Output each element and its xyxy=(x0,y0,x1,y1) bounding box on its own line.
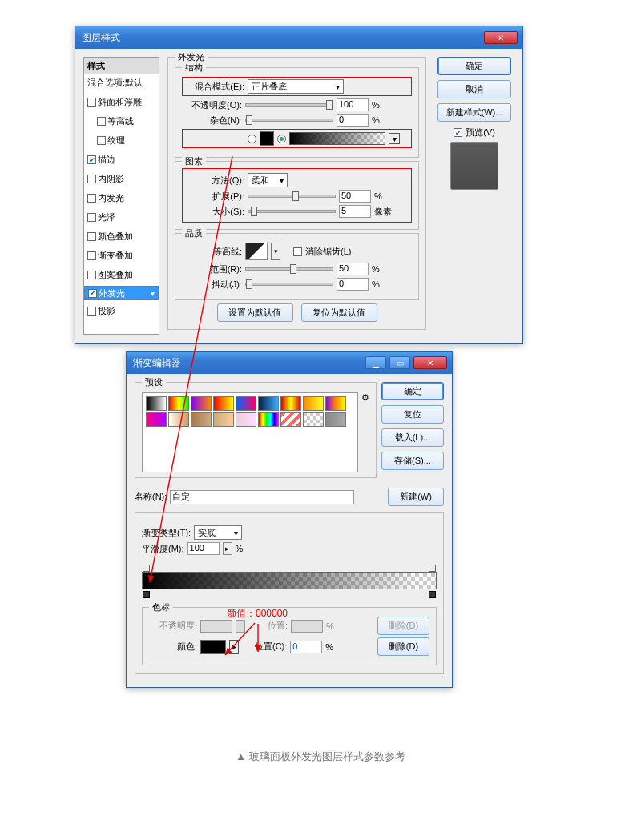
antialias-checkbox[interactable] xyxy=(293,247,302,256)
preset-swatch[interactable] xyxy=(280,396,301,411)
preset-swatch[interactable] xyxy=(236,396,256,411)
preset-swatch[interactable] xyxy=(325,396,346,411)
blendmode-select[interactable]: 正片叠底 xyxy=(248,79,344,94)
preset-swatch[interactable] xyxy=(213,412,234,427)
style-outerglow[interactable]: 外发光 xyxy=(84,286,159,300)
style-coloroverlay[interactable]: 颜色叠加 xyxy=(84,228,159,245)
style-stroke[interactable]: 描边 xyxy=(84,151,159,168)
preset-swatch[interactable] xyxy=(258,412,279,427)
gradient-picker[interactable] xyxy=(289,132,385,145)
new-grad-button[interactable]: 新建(W) xyxy=(388,488,444,506)
posC-input[interactable]: 0 xyxy=(290,641,322,653)
minimize-icon[interactable]: ▁ xyxy=(365,356,386,369)
spread-input[interactable]: 50 xyxy=(339,190,371,203)
color-stop-right[interactable] xyxy=(429,591,436,598)
preview-checkbox[interactable] xyxy=(454,128,462,137)
antialias-label: 消除锯齿(L) xyxy=(305,246,351,258)
close-icon[interactable]: ✕ xyxy=(484,31,518,44)
name-label: 名称(N): xyxy=(135,491,167,503)
preset-swatch[interactable] xyxy=(191,396,212,411)
cancel-button[interactable]: 取消 xyxy=(437,80,511,98)
preset-swatch[interactable] xyxy=(303,412,324,427)
size-input[interactable]: 5 xyxy=(339,205,371,218)
style-contour[interactable]: 等高线 xyxy=(84,113,159,130)
range-slider[interactable] xyxy=(245,267,333,271)
style-innershadow[interactable]: 内阴影 xyxy=(84,171,159,187)
close-icon[interactable]: ✕ xyxy=(413,356,447,369)
preset-swatch[interactable] xyxy=(258,396,279,411)
smooth-arrow-icon[interactable]: ▸ xyxy=(223,542,232,555)
opacity-stop-left[interactable] xyxy=(143,565,150,572)
elem-title: 图素 xyxy=(182,155,206,167)
opacity2-label: 不透明度: xyxy=(149,620,197,632)
posC-label: 位置(C): xyxy=(255,641,287,653)
presets-title: 预设 xyxy=(142,376,166,388)
preset-swatch[interactable] xyxy=(168,412,189,427)
quality-title: 品质 xyxy=(182,227,206,239)
preset-grid[interactable] xyxy=(142,392,358,472)
smooth-label: 平滑度(M): xyxy=(142,543,184,555)
opacity-input[interactable]: 100 xyxy=(337,98,369,111)
gradient-bar[interactable] xyxy=(142,572,437,589)
reset-default-button[interactable]: 复位为默认值 xyxy=(301,303,377,322)
preset-swatch[interactable] xyxy=(280,412,301,427)
noise-input[interactable]: 0 xyxy=(337,114,369,127)
preset-swatch[interactable] xyxy=(303,396,324,411)
opacity-slider[interactable] xyxy=(245,103,333,107)
smooth-input[interactable]: 100 xyxy=(187,542,220,555)
stop-color-arrow-icon[interactable]: ▸ xyxy=(229,640,239,654)
color-stop-left[interactable] xyxy=(143,591,150,598)
grad-editor-titlebar: 渐变编辑器 ▁ ▭ ✕ xyxy=(127,352,452,374)
style-satin[interactable]: 光泽 xyxy=(84,209,159,226)
delete-opacity-button: 删除(D) xyxy=(377,617,429,635)
contour-swatch[interactable] xyxy=(245,243,268,260)
preset-swatch[interactable] xyxy=(325,412,346,427)
delete-color-button[interactable]: 删除(D) xyxy=(377,637,429,656)
new-style-button[interactable]: 新建样式(W)... xyxy=(437,103,511,122)
opacity-label: 不透明度(O): xyxy=(182,99,242,111)
contour-label: 等高线: xyxy=(182,246,242,258)
style-patternoverlay[interactable]: 图案叠加 xyxy=(84,267,159,283)
reset2-button[interactable]: 复位 xyxy=(381,405,444,424)
jitter-input[interactable]: 0 xyxy=(337,278,369,291)
maximize-icon[interactable]: ▭ xyxy=(389,356,410,369)
noise-slider[interactable] xyxy=(245,119,333,122)
jitter-slider[interactable] xyxy=(245,283,333,286)
ok-button[interactable]: 确定 xyxy=(437,57,511,75)
preset-swatch[interactable] xyxy=(146,396,167,411)
blend-default[interactable]: 混合选项:默认 xyxy=(84,74,159,91)
gradient-dropdown-icon[interactable]: ▾ xyxy=(389,133,400,144)
stops-title: 色标 xyxy=(149,601,173,613)
preset-swatch[interactable] xyxy=(213,396,234,411)
contour-dropdown-icon[interactable]: ▾ xyxy=(271,243,280,260)
preset-swatch[interactable] xyxy=(168,396,189,411)
method-select[interactable]: 柔和 xyxy=(248,173,288,187)
style-dropshadow[interactable]: 投影 xyxy=(84,303,159,320)
style-texture[interactable]: 纹理 xyxy=(84,132,159,149)
load-button[interactable]: 载入(L)... xyxy=(381,428,444,447)
range-input[interactable]: 50 xyxy=(337,263,369,275)
save-button[interactable]: 存储(S)... xyxy=(381,452,444,470)
name-input[interactable] xyxy=(170,490,354,504)
opacity-stop-right[interactable] xyxy=(429,565,436,572)
preset-swatch[interactable] xyxy=(236,412,256,427)
pos-input xyxy=(291,620,323,633)
preset-swatch[interactable] xyxy=(191,412,212,427)
styles-header: 样式 xyxy=(84,58,159,74)
make-default-button[interactable]: 设置为默认值 xyxy=(217,303,293,322)
style-bevel[interactable]: 斜面和浮雕 xyxy=(84,94,159,111)
size-slider[interactable] xyxy=(248,210,336,213)
spread-slider[interactable] xyxy=(248,195,336,198)
ok2-button[interactable]: 确定 xyxy=(381,382,444,400)
color-swatch[interactable] xyxy=(260,131,274,146)
stop-color-swatch[interactable] xyxy=(200,640,226,654)
gradtype-select[interactable]: 实底 xyxy=(194,525,242,540)
gradient-radio[interactable] xyxy=(277,135,286,143)
style-gradoverlay[interactable]: 渐变叠加 xyxy=(84,247,159,264)
preset-swatch[interactable] xyxy=(146,412,167,427)
struct-title: 结构 xyxy=(182,62,206,74)
figure-caption: ▲ 玻璃面板外发光图层样式参数参考 xyxy=(0,750,641,764)
style-innerglow[interactable]: 内发光 xyxy=(84,190,159,207)
solid-color-radio[interactable] xyxy=(248,135,256,143)
gear-icon[interactable]: ⚙ xyxy=(361,392,369,403)
